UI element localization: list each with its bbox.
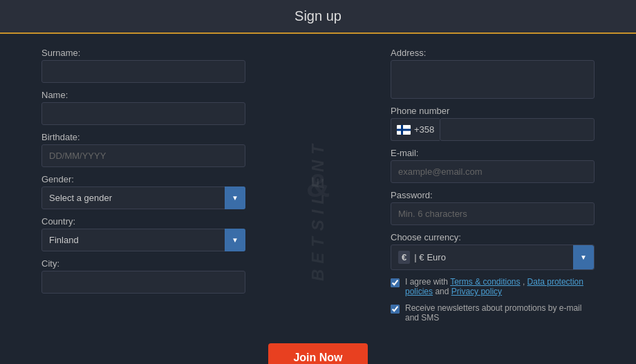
phone-prefix-display: +358 <box>391 118 440 141</box>
currency-divider: | € <box>414 252 424 262</box>
birthdate-input[interactable] <box>41 144 245 167</box>
newsletter-checkbox-row: Receive newsletters about promotions by … <box>391 303 595 323</box>
city-label: City: <box>41 258 245 269</box>
join-button-area: Join Now <box>0 343 636 364</box>
gender-select-wrapper: Select a gender Male Female Other <box>41 186 245 209</box>
gender-group: Gender: Select a gender Male Female Othe… <box>41 174 245 209</box>
email-input[interactable] <box>391 160 595 183</box>
currency-dropdown-arrow <box>573 245 594 269</box>
name-label: Name: <box>41 90 245 100</box>
surname-input[interactable] <box>41 60 245 83</box>
city-input[interactable] <box>41 271 245 294</box>
currency-name-text: Euro <box>427 252 445 262</box>
name-group: Name: <box>41 90 245 125</box>
country-select[interactable]: Finland Sweden Norway Denmark <box>41 229 245 251</box>
gender-select[interactable]: Select a gender Male Female Other <box>41 186 245 209</box>
right-column: Address: Phone number +358 E-mail: Passw… <box>370 48 595 323</box>
terms-link[interactable]: Terms & conditions <box>450 277 520 287</box>
city-group: City: <box>41 258 245 294</box>
left-column: Surname: Name: Birthdate: Gender: Select… <box>41 48 266 323</box>
surname-label: Surname: <box>41 48 245 58</box>
terms-checkbox-row: I agree with Terms & conditions , Data p… <box>391 277 595 296</box>
finland-flag-icon <box>397 125 411 135</box>
email-label: E-mail: <box>391 148 595 158</box>
watermark: SILENT <box>308 48 328 323</box>
email-group: E-mail: <box>391 148 595 183</box>
privacy-link[interactable]: Privacy policy <box>451 287 502 296</box>
password-label: Password: <box>391 190 595 200</box>
address-group: Address: <box>391 48 595 99</box>
header: Sign up <box>0 0 636 34</box>
currency-select-wrapper[interactable]: € | € Euro <box>391 245 595 270</box>
newsletter-text: Receive newsletters about promotions by … <box>405 303 595 323</box>
watermark-column: SILENT & BET <box>266 48 370 323</box>
phone-input[interactable] <box>440 118 595 141</box>
currency-label: Choose currency: <box>391 232 595 242</box>
currency-display[interactable]: € | € Euro <box>391 245 595 270</box>
password-input[interactable] <box>391 202 595 225</box>
gender-label: Gender: <box>41 174 245 184</box>
watermark-bet: BET <box>308 231 328 281</box>
join-now-button[interactable]: Join Now <box>268 343 367 364</box>
page-title: Sign up <box>0 8 636 24</box>
country-group: Country: Finland Sweden Norway Denmark <box>41 216 245 251</box>
watermark-text: SILENT <box>308 139 328 231</box>
password-group: Password: <box>391 190 595 225</box>
terms-text: I agree with Terms & conditions , Data p… <box>405 277 595 296</box>
surname-group: Surname: <box>41 48 245 83</box>
phone-row: +358 <box>391 118 595 141</box>
terms-checkbox[interactable] <box>391 278 400 287</box>
address-input[interactable] <box>391 60 595 99</box>
country-select-wrapper: Finland Sweden Norway Denmark <box>41 229 245 251</box>
newsletter-checkbox[interactable] <box>391 305 400 314</box>
phone-group: Phone number +358 <box>391 106 595 141</box>
currency-group: Choose currency: € | € Euro <box>391 232 595 270</box>
birthdate-label: Birthdate: <box>41 132 245 142</box>
country-label: Country: <box>41 216 245 227</box>
phone-label: Phone number <box>391 106 595 116</box>
name-input[interactable] <box>41 102 245 125</box>
phone-prefix-text: +358 <box>414 124 434 135</box>
address-label: Address: <box>391 48 595 58</box>
birthdate-group: Birthdate: <box>41 132 245 167</box>
currency-symbol-box: € <box>398 251 410 264</box>
